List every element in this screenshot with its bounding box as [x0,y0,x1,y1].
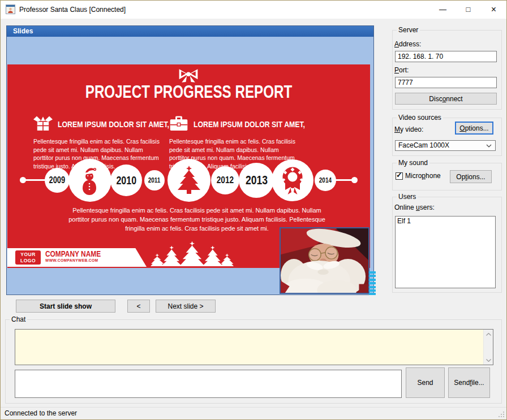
send-button[interactable]: Send [406,367,445,398]
christmas-tree-icon [177,165,201,196]
timeline-snowman-node [68,159,111,202]
users-group-caption: Users [397,193,418,201]
video-options-button[interactable]: Options... [455,122,493,135]
briefcase-icon [169,115,188,132]
online-users-listbox[interactable]: Elf 1 [395,216,496,288]
video-device-combobox[interactable]: FaceCam 1000X [395,140,496,151]
company-logo-badge: YOUR LOGO [15,250,41,265]
maximize-button[interactable]: □ [456,1,481,18]
timeline-year-2011: 2011 [144,170,165,190]
disconnect-button[interactable]: Disconnect [395,93,497,105]
sound-options-button[interactable]: Options... [450,170,492,183]
logo-text-bottom: LOGO [15,258,41,264]
close-button[interactable]: × [481,1,506,18]
resize-grip-icon[interactable] [498,411,505,418]
timeline-year-2012: 2012 [211,166,239,194]
video-device-value: FaceCam 1000X [398,141,449,149]
wreath-icon [279,165,306,196]
video-sources-caption: Video sources [397,114,443,122]
slide-title: PROJECT PROGRESS REPORT [48,82,330,102]
checkmark-icon: ✓ [396,171,402,179]
snowman-icon [79,165,101,196]
list-item[interactable]: Elf 1 [397,217,493,226]
minimize-button[interactable]: — [430,1,456,18]
christmas-trees-silhouette [151,241,234,267]
chat-history[interactable] [15,329,493,365]
chat-scrollbar[interactable] [483,330,493,365]
port-label: Port: [394,66,409,74]
timeline-year-2013: 2013 [239,163,274,198]
server-group-caption: Server [397,26,420,34]
santa-face-image [281,228,368,293]
column-heading: LOREM IPSUM DOLOR SIT AMET, [58,119,169,129]
my-sound-group: My sound ✓ Microphone Options... [392,163,502,190]
column-heading: LOREM IPSUM DOLOR SIT AMET, [194,119,305,129]
start-slideshow-button[interactable]: Start slide show [16,300,115,313]
company-website: WWW.COMPANYWEB.COM [45,258,98,262]
timeline-year-2010: 2010 [110,164,142,196]
video-sources-group: Video sources Options... My video: FaceC… [392,118,502,156]
status-bar: Connected to the server [1,407,506,419]
timeline-year-2009: 2009 [45,168,70,193]
address-input[interactable] [395,51,497,62]
online-users-label: Online users: [394,203,435,211]
users-group: Users Online users: Elf 1 [392,197,502,293]
santa-webcam-video [280,227,369,294]
slides-panel: Slides PROJECT PROGRESS REPORT [6,25,374,295]
address-label: Address: [394,40,421,48]
chevron-down-icon [486,144,492,148]
chevron-down-icon [486,359,491,362]
window-title: Professor Santa Claus [Connected] [19,1,126,19]
slides-panel-header: Slides [7,26,373,37]
send-file-button[interactable]: Send file... [448,367,490,398]
port-input[interactable] [395,77,497,88]
company-name: COMPANY NAME [45,249,101,258]
chat-group-caption: Chat [10,315,27,323]
audio-level-indicator [369,271,376,297]
app-icon [6,5,15,14]
previous-slide-button[interactable]: < [127,300,150,313]
scroll-down-button[interactable] [484,356,493,365]
next-slide-button[interactable]: Next slide > [156,300,216,313]
app-window: Professor Santa Claus [Connected] — □ × … [0,0,507,420]
timeline-end-dot [351,177,358,183]
title-bar: Professor Santa Claus [Connected] — □ × [1,1,506,19]
scroll-up-button[interactable] [484,330,493,339]
my-video-label: My video: [394,125,423,133]
microphone-checkbox[interactable]: ✓ [396,172,403,180]
slide-timeline: 2009 2010 [7,155,370,206]
status-text: Connected to the server [5,409,77,417]
gift-box-icon [33,115,53,132]
ribbon-bow-icon [177,68,200,84]
chat-group: Chat Send Send file... [5,319,502,404]
slide-footer-banner: YOUR LOGO COMPANY NAME WWW.COMPANYWEB.CO… [7,248,147,267]
chevron-up-icon [486,333,491,336]
server-group: Server Address: Port: Disconnect [392,30,502,110]
microphone-label: Microphone [405,172,441,180]
timeline-wreath-node [272,159,313,201]
timeline-tree-node [167,159,210,202]
logo-text-top: YOUR [15,252,41,258]
chat-message-input[interactable] [15,370,402,398]
my-sound-caption: My sound [397,159,429,167]
